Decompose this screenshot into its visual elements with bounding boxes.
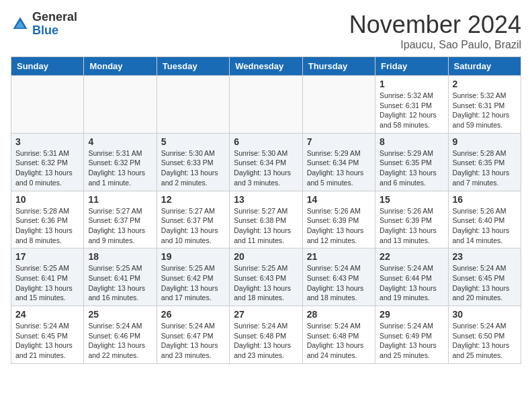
calendar-cell: 16Sunrise: 5:26 AM Sunset: 6:40 PM Dayli… xyxy=(448,191,521,248)
calendar-row-4: 17Sunrise: 5:25 AM Sunset: 6:41 PM Dayli… xyxy=(11,248,521,306)
calendar-cell: 27Sunrise: 5:24 AM Sunset: 6:48 PM Dayli… xyxy=(230,306,302,364)
calendar-cell xyxy=(302,76,375,134)
calendar-cell: 19Sunrise: 5:25 AM Sunset: 6:42 PM Dayli… xyxy=(157,248,229,306)
day-number: 22 xyxy=(380,251,443,262)
calendar-cell: 26Sunrise: 5:24 AM Sunset: 6:47 PM Dayli… xyxy=(157,306,229,364)
calendar-cell: 10Sunrise: 5:28 AM Sunset: 6:36 PM Dayli… xyxy=(11,191,84,248)
calendar-cell: 18Sunrise: 5:25 AM Sunset: 6:41 PM Dayli… xyxy=(84,248,157,306)
day-number: 4 xyxy=(88,136,152,147)
day-info: Sunrise: 5:28 AM Sunset: 6:36 PM Dayligh… xyxy=(15,206,79,246)
logo-text: General Blue xyxy=(32,11,77,38)
month-title: November 2024 xyxy=(349,11,521,39)
day-info: Sunrise: 5:27 AM Sunset: 6:37 PM Dayligh… xyxy=(88,206,152,246)
day-info: Sunrise: 5:25 AM Sunset: 6:42 PM Dayligh… xyxy=(161,263,225,303)
day-number: 27 xyxy=(234,309,298,320)
day-number: 19 xyxy=(161,251,225,262)
day-info: Sunrise: 5:26 AM Sunset: 6:39 PM Dayligh… xyxy=(380,206,443,246)
weekday-header-sunday: Sunday xyxy=(11,57,84,76)
calendar-cell: 4Sunrise: 5:31 AM Sunset: 6:32 PM Daylig… xyxy=(84,133,157,191)
calendar-cell: 5Sunrise: 5:30 AM Sunset: 6:33 PM Daylig… xyxy=(157,133,229,191)
calendar-cell: 6Sunrise: 5:30 AM Sunset: 6:34 PM Daylig… xyxy=(230,133,302,191)
day-number: 9 xyxy=(453,136,517,147)
day-number: 18 xyxy=(88,251,152,262)
day-number: 26 xyxy=(161,309,225,320)
day-number: 16 xyxy=(453,194,517,205)
day-info: Sunrise: 5:24 AM Sunset: 6:46 PM Dayligh… xyxy=(88,321,152,361)
weekday-header-monday: Monday xyxy=(84,57,157,76)
day-number: 30 xyxy=(453,309,517,320)
day-number: 8 xyxy=(380,136,443,147)
day-number: 7 xyxy=(307,136,371,147)
day-number: 14 xyxy=(307,194,371,205)
calendar-cell: 23Sunrise: 5:24 AM Sunset: 6:45 PM Dayli… xyxy=(448,248,521,306)
calendar-cell: 25Sunrise: 5:24 AM Sunset: 6:46 PM Dayli… xyxy=(84,306,157,364)
weekday-header-tuesday: Tuesday xyxy=(157,57,229,76)
calendar-cell: 20Sunrise: 5:25 AM Sunset: 6:43 PM Dayli… xyxy=(230,248,302,306)
day-info: Sunrise: 5:27 AM Sunset: 6:38 PM Dayligh… xyxy=(234,206,298,246)
calendar-cell xyxy=(157,76,229,134)
calendar-cell: 14Sunrise: 5:26 AM Sunset: 6:39 PM Dayli… xyxy=(302,191,375,248)
calendar-row-2: 3Sunrise: 5:31 AM Sunset: 6:32 PM Daylig… xyxy=(11,133,521,191)
day-number: 3 xyxy=(15,136,79,147)
logo-general-text: General xyxy=(32,11,77,24)
day-number: 20 xyxy=(234,251,298,262)
day-info: Sunrise: 5:24 AM Sunset: 6:48 PM Dayligh… xyxy=(234,321,298,361)
calendar-cell: 1Sunrise: 5:32 AM Sunset: 6:31 PM Daylig… xyxy=(375,76,448,134)
page-header: General Blue November 2024 Ipaucu, Sao P… xyxy=(11,11,521,51)
calendar-cell: 9Sunrise: 5:28 AM Sunset: 6:35 PM Daylig… xyxy=(448,133,521,191)
calendar-table: SundayMondayTuesdayWednesdayThursdayFrid… xyxy=(11,56,521,364)
day-number: 10 xyxy=(15,194,79,205)
day-info: Sunrise: 5:28 AM Sunset: 6:35 PM Dayligh… xyxy=(453,148,517,188)
calendar-cell: 29Sunrise: 5:24 AM Sunset: 6:49 PM Dayli… xyxy=(375,306,448,364)
calendar-cell: 12Sunrise: 5:27 AM Sunset: 6:37 PM Dayli… xyxy=(157,191,229,248)
weekday-header-wednesday: Wednesday xyxy=(230,57,302,76)
calendar-cell: 21Sunrise: 5:24 AM Sunset: 6:43 PM Dayli… xyxy=(302,248,375,306)
day-number: 1 xyxy=(380,79,443,89)
day-info: Sunrise: 5:29 AM Sunset: 6:35 PM Dayligh… xyxy=(380,148,443,188)
day-info: Sunrise: 5:26 AM Sunset: 6:40 PM Dayligh… xyxy=(453,206,517,246)
calendar-cell xyxy=(230,76,302,134)
logo: General Blue xyxy=(11,11,77,38)
calendar-cell: 13Sunrise: 5:27 AM Sunset: 6:38 PM Dayli… xyxy=(230,191,302,248)
day-info: Sunrise: 5:30 AM Sunset: 6:33 PM Dayligh… xyxy=(161,148,225,188)
calendar-cell: 3Sunrise: 5:31 AM Sunset: 6:32 PM Daylig… xyxy=(11,133,84,191)
day-info: Sunrise: 5:29 AM Sunset: 6:34 PM Dayligh… xyxy=(307,148,371,188)
day-number: 28 xyxy=(307,309,371,320)
day-info: Sunrise: 5:24 AM Sunset: 6:50 PM Dayligh… xyxy=(453,321,517,361)
day-number: 17 xyxy=(15,251,79,262)
day-info: Sunrise: 5:24 AM Sunset: 6:45 PM Dayligh… xyxy=(453,263,517,303)
day-number: 15 xyxy=(380,194,443,205)
calendar-cell: 15Sunrise: 5:26 AM Sunset: 6:39 PM Dayli… xyxy=(375,191,448,248)
weekday-header-thursday: Thursday xyxy=(302,57,375,76)
calendar-cell: 7Sunrise: 5:29 AM Sunset: 6:34 PM Daylig… xyxy=(302,133,375,191)
calendar-cell: 28Sunrise: 5:24 AM Sunset: 6:48 PM Dayli… xyxy=(302,306,375,364)
day-number: 29 xyxy=(380,309,443,320)
day-info: Sunrise: 5:31 AM Sunset: 6:32 PM Dayligh… xyxy=(88,148,152,188)
logo-blue-text: Blue xyxy=(32,24,77,38)
calendar-cell: 24Sunrise: 5:24 AM Sunset: 6:45 PM Dayli… xyxy=(11,306,84,364)
location: Ipaucu, Sao Paulo, Brazil xyxy=(349,39,521,51)
day-info: Sunrise: 5:25 AM Sunset: 6:41 PM Dayligh… xyxy=(88,263,152,303)
day-info: Sunrise: 5:24 AM Sunset: 6:44 PM Dayligh… xyxy=(380,263,443,303)
day-info: Sunrise: 5:30 AM Sunset: 6:34 PM Dayligh… xyxy=(234,148,298,188)
calendar-row-3: 10Sunrise: 5:28 AM Sunset: 6:36 PM Dayli… xyxy=(11,191,521,248)
day-info: Sunrise: 5:24 AM Sunset: 6:48 PM Dayligh… xyxy=(307,321,371,361)
weekday-header-saturday: Saturday xyxy=(448,57,521,76)
day-number: 5 xyxy=(161,136,225,147)
day-info: Sunrise: 5:24 AM Sunset: 6:45 PM Dayligh… xyxy=(15,321,79,361)
day-info: Sunrise: 5:25 AM Sunset: 6:43 PM Dayligh… xyxy=(234,263,298,303)
day-info: Sunrise: 5:32 AM Sunset: 6:31 PM Dayligh… xyxy=(453,91,517,130)
calendar-row-1: 1Sunrise: 5:32 AM Sunset: 6:31 PM Daylig… xyxy=(11,76,521,134)
day-info: Sunrise: 5:25 AM Sunset: 6:41 PM Dayligh… xyxy=(15,263,79,303)
day-number: 13 xyxy=(234,194,298,205)
day-number: 12 xyxy=(161,194,225,205)
logo-icon xyxy=(11,15,30,34)
day-info: Sunrise: 5:24 AM Sunset: 6:43 PM Dayligh… xyxy=(307,263,371,303)
calendar-cell: 30Sunrise: 5:24 AM Sunset: 6:50 PM Dayli… xyxy=(448,306,521,364)
day-info: Sunrise: 5:26 AM Sunset: 6:39 PM Dayligh… xyxy=(307,206,371,246)
weekday-header-friday: Friday xyxy=(375,57,448,76)
calendar-cell: 11Sunrise: 5:27 AM Sunset: 6:37 PM Dayli… xyxy=(84,191,157,248)
day-info: Sunrise: 5:31 AM Sunset: 6:32 PM Dayligh… xyxy=(15,148,79,188)
day-number: 21 xyxy=(307,251,371,262)
day-info: Sunrise: 5:24 AM Sunset: 6:47 PM Dayligh… xyxy=(161,321,225,361)
